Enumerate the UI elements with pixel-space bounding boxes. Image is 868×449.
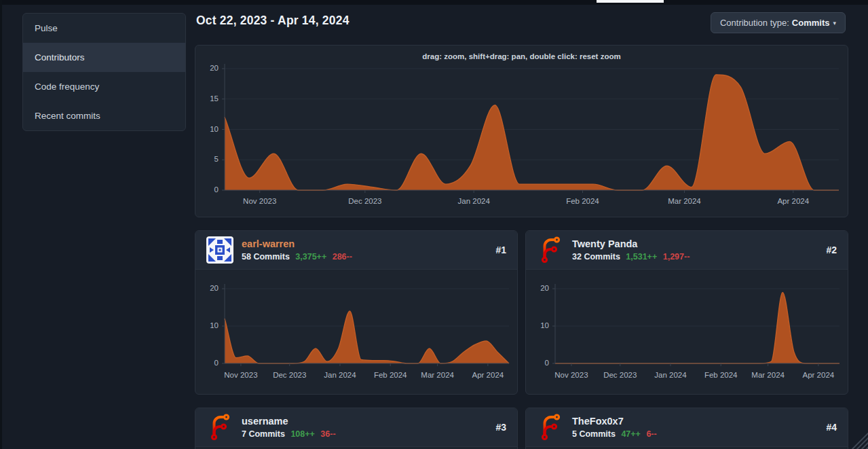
commit-count: 58 Commits bbox=[242, 252, 290, 262]
overall-contributions-panel: drag: zoom, shift+drag: pan, double clic… bbox=[195, 45, 848, 217]
contributor-name: username bbox=[242, 416, 495, 427]
y-axis-label: 20 bbox=[210, 64, 219, 72]
contributor-stats: 32 Commits 1,531++ 1,297-- bbox=[572, 252, 826, 262]
contributor-commits-chart[interactable]: 01020Nov 2023Dec 2023Jan 2024Feb 2024Mar… bbox=[526, 270, 848, 394]
additions-count: 108++ bbox=[290, 429, 314, 439]
window-resize-grip[interactable] bbox=[851, 432, 868, 449]
commits-line-series bbox=[555, 293, 839, 364]
contributor-name-link[interactable]: earl-warren bbox=[242, 238, 495, 250]
contributor-card-header: Twenty Panda 32 Commits 1,531++ 1,297-- … bbox=[526, 231, 848, 270]
x-axis-label: Mar 2024 bbox=[751, 371, 785, 379]
top-bar bbox=[0, 0, 868, 5]
forgejo-logo-avatar bbox=[206, 414, 233, 441]
x-axis-label: Jan 2024 bbox=[458, 197, 491, 205]
y-axis-label: 10 bbox=[210, 125, 219, 133]
commit-count: 7 Commits bbox=[242, 429, 285, 439]
rank-badge: #4 bbox=[826, 422, 837, 433]
contributor-card-header: TheFox0x7 5 Commits 47++ 6-- #4 bbox=[526, 408, 848, 447]
y-axis-label: 15 bbox=[210, 94, 219, 103]
chevron-down-icon: ▾ bbox=[833, 20, 836, 26]
sidebar-item-recent-commits[interactable]: Recent commits bbox=[23, 101, 185, 130]
rank-badge: #3 bbox=[495, 422, 506, 433]
y-axis-label: 10 bbox=[540, 321, 549, 329]
x-axis-label: Dec 2023 bbox=[273, 371, 306, 379]
contributor-identity: TheFox0x7 5 Commits 47++ 6-- bbox=[572, 416, 826, 439]
x-axis-label: Nov 2023 bbox=[554, 371, 588, 379]
identicon-avatar[interactable] bbox=[206, 236, 233, 264]
contributor-card: Twenty Panda 32 Commits 1,531++ 1,297-- … bbox=[525, 230, 848, 395]
x-axis-label: Feb 2024 bbox=[566, 197, 599, 205]
contribution-type-label: Contribution type: bbox=[720, 18, 789, 28]
contribution-type-value: Commits bbox=[792, 18, 830, 28]
x-axis-label: Dec 2023 bbox=[348, 197, 381, 205]
sidebar-item-code-frequency[interactable]: Code frequency bbox=[23, 72, 185, 101]
additions-count: 1,531++ bbox=[626, 252, 657, 262]
sidebar-item-pulse[interactable]: Pulse bbox=[23, 14, 185, 43]
contributor-commits-chart[interactable]: 01020Nov 2023Dec 2023Jan 2024Feb 2024Mar… bbox=[195, 270, 517, 394]
x-axis-label: Feb 2024 bbox=[704, 371, 738, 379]
x-axis-label: Mar 2024 bbox=[668, 197, 701, 205]
contributor-stats: 5 Commits 47++ 6-- bbox=[572, 429, 826, 439]
additions-count: 47++ bbox=[621, 429, 641, 439]
active-tab-indicator bbox=[597, 0, 664, 3]
contributor-name: TheFox0x7 bbox=[572, 416, 826, 427]
x-axis-label: Mar 2024 bbox=[421, 371, 454, 379]
contributor-stats: 7 Commits 108++ 36-- bbox=[242, 429, 495, 439]
commit-count: 5 Commits bbox=[572, 429, 616, 439]
y-axis-label: 5 bbox=[214, 155, 219, 163]
deletions-count: 1,297-- bbox=[663, 252, 690, 262]
y-axis-label: 20 bbox=[210, 284, 219, 292]
commits-area-series bbox=[225, 75, 839, 190]
y-axis-label: 0 bbox=[545, 359, 549, 367]
rank-badge: #2 bbox=[826, 245, 837, 255]
x-axis-label: Apr 2024 bbox=[803, 371, 835, 379]
additions-count: 3,375++ bbox=[295, 252, 326, 262]
sidebar-item-contributors[interactable]: Contributors bbox=[23, 43, 185, 72]
contributor-card-header: username 7 Commits 108++ 36-- #3 bbox=[195, 408, 517, 447]
rank-badge: #1 bbox=[495, 245, 506, 255]
deletions-count: 36-- bbox=[320, 429, 335, 439]
contribution-type-dropdown[interactable]: Contribution type: Commits ▾ bbox=[711, 12, 846, 33]
window-left-edge bbox=[0, 0, 2, 449]
y-axis-label: 0 bbox=[214, 185, 219, 194]
activity-sidebar-menu: Pulse Contributors Code frequency Recent… bbox=[22, 13, 186, 131]
contributor-card: earl-warren 58 Commits 3,375++ 286-- #1 … bbox=[195, 230, 518, 395]
forgejo-logo-avatar bbox=[537, 414, 564, 441]
x-axis-label: Dec 2023 bbox=[603, 371, 637, 379]
deletions-count: 6-- bbox=[646, 429, 656, 439]
date-range-heading: Oct 22, 2023 - Apr 14, 2024 bbox=[196, 14, 350, 28]
x-axis-label: Apr 2024 bbox=[777, 197, 809, 205]
y-axis-label: 0 bbox=[214, 359, 219, 367]
overall-commits-chart[interactable]: 05101520Nov 2023Dec 2023Jan 2024Feb 2024… bbox=[195, 46, 848, 217]
contributor-identity: earl-warren 58 Commits 3,375++ 286-- bbox=[242, 238, 495, 262]
x-axis-label: Nov 2023 bbox=[243, 197, 276, 205]
x-axis-label: Apr 2024 bbox=[472, 371, 504, 379]
deletions-count: 286-- bbox=[333, 252, 352, 262]
contributor-name: Twenty Panda bbox=[572, 238, 826, 250]
x-axis-label: Feb 2024 bbox=[374, 371, 407, 379]
y-axis-label: 10 bbox=[210, 321, 219, 329]
x-axis-label: Jan 2024 bbox=[654, 371, 687, 379]
commit-count: 32 Commits bbox=[572, 252, 620, 262]
contributor-identity: Twenty Panda 32 Commits 1,531++ 1,297-- bbox=[572, 238, 826, 262]
contributor-stats: 58 Commits 3,375++ 286-- bbox=[242, 252, 495, 262]
contributor-card-header: earl-warren 58 Commits 3,375++ 286-- #1 bbox=[195, 231, 517, 270]
contributor-card: TheFox0x7 5 Commits 47++ 6-- #4 bbox=[525, 408, 848, 449]
y-axis-label: 20 bbox=[540, 284, 549, 292]
commits-area-series bbox=[555, 293, 839, 364]
forgejo-logo-avatar bbox=[537, 236, 564, 264]
commits-area-series bbox=[225, 311, 509, 363]
x-axis-label: Jan 2024 bbox=[324, 371, 356, 379]
contributor-identity: username 7 Commits 108++ 36-- bbox=[242, 416, 495, 439]
contributor-card: username 7 Commits 108++ 36-- #3 bbox=[195, 408, 518, 449]
x-axis-label: Nov 2023 bbox=[224, 371, 257, 379]
